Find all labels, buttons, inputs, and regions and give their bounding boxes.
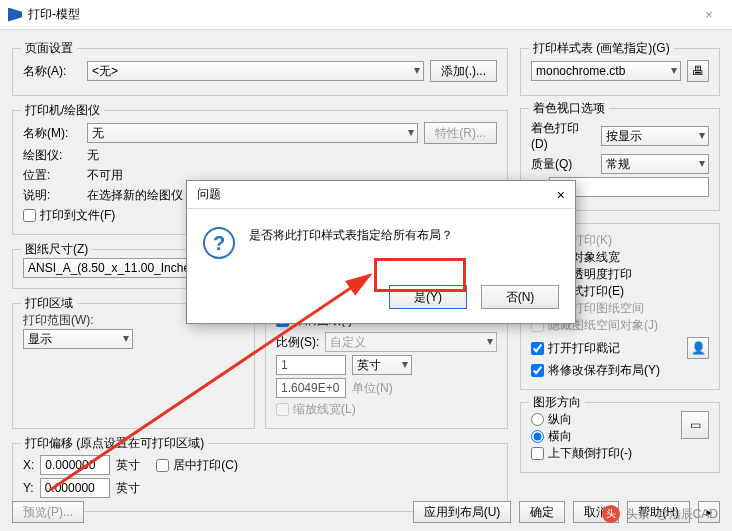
y-label: Y: [23,481,34,495]
edit-style-button[interactable]: 🖶 [687,60,709,82]
scale-denom-input[interactable] [276,378,346,398]
printer-title: 打印机/绘图仪 [21,102,104,119]
add-page-button[interactable]: 添加(.)... [430,60,497,82]
desc-label: 说明: [23,187,81,204]
style-table-title: 打印样式表 (画笔指定)(G) [529,40,674,57]
page-name-label: 名称(A): [23,63,81,80]
plotter-label: 绘图仪: [23,147,81,164]
paper-title: 图纸尺寸(Z) [21,241,92,258]
dialog-no-button[interactable]: 否(N) [481,285,559,309]
preview-button[interactable]: 预览(P)... [12,501,84,523]
shade-select[interactable]: 按显示 [601,126,709,146]
dialog-message: 是否将此打印样式表指定给所有布局？ [249,227,453,244]
page-setup-group: 页面设置 名称(A): <无> 添加(.)... [12,48,508,96]
quality-label: 质量(Q) [531,156,595,173]
orientation-icon: ▭ [681,411,709,439]
viewport-title: 着色视口选项 [529,100,609,117]
stamp-checkbox[interactable]: 打开打印戳记 [531,340,681,357]
watermark-author: @浩辰CAD [656,506,718,523]
titlebar: 打印-模型 × [0,0,732,30]
printer-props-button[interactable]: 特性(R)... [424,122,497,144]
stamp-settings-button[interactable]: 👤 [687,337,709,359]
location-value: 不可用 [87,167,123,184]
location-label: 位置: [23,167,81,184]
watermark-icon: 头 [602,505,620,523]
x-unit: 英寸 [116,457,140,474]
printer-name-label: 名称(M): [23,125,81,142]
x-label: X: [23,458,34,472]
dialog-close-button[interactable]: × [557,187,565,203]
page-setup-title: 页面设置 [21,40,77,57]
range-select[interactable]: 显示 [23,329,133,349]
style-table-group: 打印样式表 (画笔指定)(G) monochrome.ctb 🖶 [520,48,720,96]
y-unit: 英寸 [116,480,140,497]
y-input[interactable] [40,478,110,498]
upside-checkbox[interactable]: 上下颠倒打印(-) [531,445,675,462]
portrait-radio[interactable]: 纵向 [531,411,675,428]
x-input[interactable] [40,455,110,475]
window-title: 打印-模型 [28,6,694,23]
offset-title: 打印偏移 (原点设置在可打印区域) [21,435,208,452]
area-title: 打印区域 [21,295,77,312]
ok-button[interactable]: 确定 [519,501,565,523]
scale-lw-checkbox[interactable]: 缩放线宽(L) [276,401,497,418]
window-close-button[interactable]: × [694,8,724,22]
scale-unit-select[interactable]: 英寸 [352,355,412,375]
question-icon: ? [203,227,235,259]
question-dialog: 问题 × ? 是否将此打印样式表指定给所有布局？ 是(Y) 否(N) [186,180,576,324]
printer-name-select[interactable]: 无 [87,123,418,143]
watermark: 头 头条 @浩辰CAD [602,505,718,523]
scale-num-input[interactable] [276,355,346,375]
orient-title: 图形方向 [529,394,585,411]
ratio-label: 比例(S): [276,334,319,351]
shade-label: 着色打印(D) [531,120,595,151]
apply-layout-button[interactable]: 应用到布局(U) [413,501,512,523]
dialog-title: 问题 [197,186,557,203]
plotter-value: 无 [87,147,99,164]
denom-unit-label: 单位(N) [352,380,393,397]
app-logo-icon [8,8,22,22]
savelayout-checkbox[interactable]: 将修改保存到布局(Y) [531,362,709,379]
quality-select[interactable]: 常规 [601,154,709,174]
center-checkbox[interactable]: 居中打印(C) [156,457,238,474]
orientation-group: 图形方向 纵向 横向 上下颠倒打印(-) ▭ [520,402,720,473]
ratio-select[interactable]: 自定义 [325,332,497,352]
style-table-select[interactable]: monochrome.ctb [531,61,681,81]
watermark-brand: 头条 [626,506,650,523]
landscape-radio[interactable]: 横向 [531,428,675,445]
page-name-select[interactable]: <无> [87,61,424,81]
dialog-yes-button[interactable]: 是(Y) [389,285,467,309]
desc-value: 在选择新的绘图仪 [87,187,183,204]
